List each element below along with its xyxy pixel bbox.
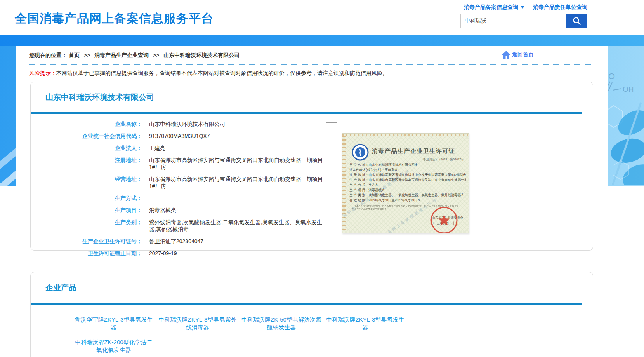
- search-input[interactable]: [460, 14, 566, 28]
- product-link[interactable]: 中科瑞沃牌ZKYL-3型臭氧紫外线消毒器: [156, 316, 239, 331]
- breadcrumb: 您现在的位置： 首页 >> 消毒产品生产企业查询 >> 山东中科瑞沃环境技术有限…: [29, 52, 240, 59]
- field-label: 生产方式：: [31, 195, 142, 202]
- field-label: 企业名称：: [31, 120, 142, 127]
- field-label: 生产类别：: [31, 219, 142, 233]
- image-placeholder-dash: [326, 122, 337, 123]
- red-seal-icon: [430, 206, 458, 233]
- field-value: 鲁卫消证字202304047: [149, 238, 203, 245]
- breadcrumb-item-home[interactable]: 首页: [69, 52, 80, 58]
- nav-link-record-query[interactable]: 消毒产品备案信息查询: [464, 4, 524, 11]
- caret-down-icon: [521, 6, 524, 9]
- nav-link-label: 消毒产品备案信息查询: [464, 4, 518, 11]
- top-nav: 消毒产品备案信息查询 消毒产品责任单位查询: [464, 4, 587, 11]
- breadcrumb-item-enterprise-query[interactable]: 消毒产品生产企业查询: [94, 52, 149, 58]
- search-bar: [460, 14, 587, 28]
- products-title: 企业产品: [45, 282, 76, 293]
- field-value: 山东省潍坊市高新区潍安路与宝通街交叉路口东北角自动变速器一期项目1#厂房: [149, 157, 328, 171]
- certificate-line: 生 产 项 目：消毒器械※: [349, 188, 466, 193]
- company-field-row: 生产方式：: [31, 195, 380, 202]
- field-label: 生产项目：: [31, 207, 142, 214]
- company-fields: 企业名称：山东中科瑞沃环境技术有限公司企业统一社会信用代码：91370700MA…: [31, 120, 380, 262]
- company-field-row: 注册地址：山东省潍坊市高新区潍安路与宝通街交叉路口东北角自动变速器一期项目1#厂…: [31, 157, 380, 171]
- dashed-divider: [29, 64, 593, 65]
- company-field-row: 企业法人：王建亮: [31, 145, 380, 152]
- field-value: 2027-09-19: [149, 250, 177, 257]
- site-title: 全国消毒产品网上备案信息服务平台: [15, 10, 214, 27]
- risk-notice: 风险提示：本网站仅基于已掌握的信息提供查询服务，查询结果不代表本网站对被查询对象…: [29, 70, 388, 77]
- certificate-border-pattern: [342, 134, 469, 136]
- certificate-line: 生 产 类 别：次氯酸钠发生器、二氧化氯发生器、臭氧发生器、紫外线消毒器※: [349, 193, 466, 198]
- company-field-row: 生产企业卫生许可证号：鲁卫消证字202304047: [31, 238, 380, 245]
- product-list: 鲁沃华宇牌ZKYL-3型臭氧发生器中科瑞沃牌ZKYL-3型臭氧紫外线消毒器中科瑞…: [73, 316, 441, 354]
- field-label: 生产企业卫生许可证号：: [31, 238, 142, 245]
- certificate-emblem-icon: [352, 144, 369, 161]
- nav-link-responsible-unit-query[interactable]: 消毒产品责任单位查询: [533, 4, 587, 11]
- header-blue-band: [0, 35, 644, 46]
- page: 全国消毒产品网上备案信息服务平台 消毒产品备案信息查询 消毒产品责任单位查询: [0, 0, 644, 357]
- molecule-illustration: O OH: [601, 53, 644, 185]
- content-wrapper: 您现在的位置： 首页 >> 消毒产品生产企业查询 >> 山东中科瑞沃环境技术有限…: [16, 46, 608, 357]
- company-field-row: 经营地址：山东省潍坊市高新区潍安路与宝通街交叉路口东北角自动变速器一期项目1#厂…: [31, 176, 380, 190]
- top-header: 全国消毒产品网上备案信息服务平台 消毒产品备案信息查询 消毒产品责任单位查询: [0, 0, 644, 35]
- certificate-line: 法定代表人(或负责人)：王建亮※: [349, 167, 466, 172]
- product-link[interactable]: 中科瑞沃牌ZK-200型化学法二氧化氯发生器: [73, 338, 155, 354]
- certificate-line: 生 产 地 址：山东省潍坊市高新区潍安路与宝通街交叉路口东北角自动变速器一期项目…: [349, 178, 466, 183]
- field-label: 经营地址：: [31, 176, 142, 190]
- license-certificate-image[interactable]: 全国消毒产品网上备案信息服务平台 全国消毒产品网上备案信息服务平台 消毒产品生产…: [342, 133, 469, 233]
- certificate-line: 注 册 地 址：山东省潍坊高新区玉清东街以北中心次干道以西高新大厦902房间※: [349, 172, 466, 178]
- company-field-row: 卫生许可证截止日期：2027-09-19: [31, 250, 380, 257]
- svg-text:OH: OH: [623, 85, 634, 93]
- breadcrumb-prefix: 您现在的位置：: [29, 52, 67, 58]
- certificate-lines: 单 位 名 称：山东中科瑞沃环境技术有限公司※法定代表人(或负责人)：王建亮※注…: [349, 162, 466, 203]
- field-value: 消毒器械类: [149, 207, 176, 214]
- company-field-row: 生产项目：消毒器械类: [31, 207, 380, 214]
- back-home-label: 返回首页: [512, 51, 534, 58]
- breadcrumb-separator: >>: [84, 52, 90, 58]
- search-button[interactable]: [566, 14, 587, 28]
- certificate-line: 有 效 期 限：2023年9月20日至2027年9月19日※: [349, 198, 466, 203]
- nav-link-label: 消毒产品责任单位查询: [533, 4, 587, 11]
- certificate-line: 生 产 方 式：生产※: [349, 183, 466, 188]
- certificate-number: 鲁卫消证字（2023）第04047号: [423, 158, 464, 162]
- field-value: 山东中科瑞沃环境技术有限公司: [149, 120, 225, 127]
- header-right: 消毒产品备案信息查询 消毒产品责任单位查询: [460, 4, 587, 28]
- field-label: 注册地址：: [31, 157, 142, 171]
- search-icon: [572, 16, 582, 26]
- breadcrumb-separator: >>: [153, 52, 159, 58]
- field-label: 卫生许可证截止日期：: [31, 250, 142, 257]
- certificate-line: 单 位 名 称：山东中科瑞沃环境技术有限公司※: [349, 162, 466, 167]
- company-title: 山东中科瑞沃环境技术有限公司: [45, 92, 154, 103]
- product-link[interactable]: 中科瑞沃牌ZKYL-3型臭氧发生器: [324, 316, 406, 331]
- breadcrumb-item-company[interactable]: 山东中科瑞沃环境技术有限公司: [163, 52, 240, 58]
- field-value: 91370700MA3M3U1QX7: [149, 132, 210, 139]
- company-field-row: 企业名称：山东中科瑞沃环境技术有限公司: [31, 120, 380, 127]
- risk-notice-text: 本网站仅基于已掌握的信息提供查询服务，查询结果不代表本网站对被查询对象信用状况的…: [56, 70, 388, 76]
- company-products-card: 企业产品 鲁沃华宇牌ZKYL-3型臭氧发生器中科瑞沃牌ZKYL-3型臭氧紫外线消…: [30, 272, 593, 357]
- company-field-row: 生产类别：紫外线消毒器,次氯酸钠发生器,二氧化氯发生器,臭氧发生器、臭氧水发生器…: [31, 219, 380, 233]
- title-underline-bar: [31, 112, 582, 114]
- field-value: 王建亮: [149, 145, 165, 152]
- back-home-link[interactable]: 返回首页: [502, 51, 534, 59]
- field-label: 企业法人：: [31, 145, 142, 152]
- field-value: 山东省潍坊市高新区潍安路与宝通街交叉路口东北角自动变速器一期项目1#厂房: [149, 176, 328, 190]
- company-info-card: 山东中科瑞沃环境技术有限公司 企业名称：山东中科瑞沃环境技术有限公司企业统一社会…: [30, 82, 593, 251]
- title-underline-bar: [31, 303, 582, 305]
- field-label: 企业统一社会信用代码：: [31, 132, 142, 139]
- risk-notice-label: 风险提示：: [29, 70, 56, 76]
- home-icon: [502, 51, 511, 59]
- svg-text:O: O: [608, 71, 615, 81]
- product-link[interactable]: 鲁沃华宇牌ZKYL-3型臭氧发生器: [73, 316, 155, 331]
- product-link[interactable]: 中科瑞沃牌ZK-50型电解法次氯酸钠发生器: [240, 316, 323, 331]
- certificate-title: 消毒产品生产企业卫生许可证: [372, 148, 455, 155]
- company-field-row: 企业统一社会信用代码：91370700MA3M3U1QX7: [31, 132, 380, 139]
- field-value: 紫外线消毒器,次氯酸钠发生器,二氧化氯发生器,臭氧发生器、臭氧水发生器,其他器械…: [149, 219, 328, 233]
